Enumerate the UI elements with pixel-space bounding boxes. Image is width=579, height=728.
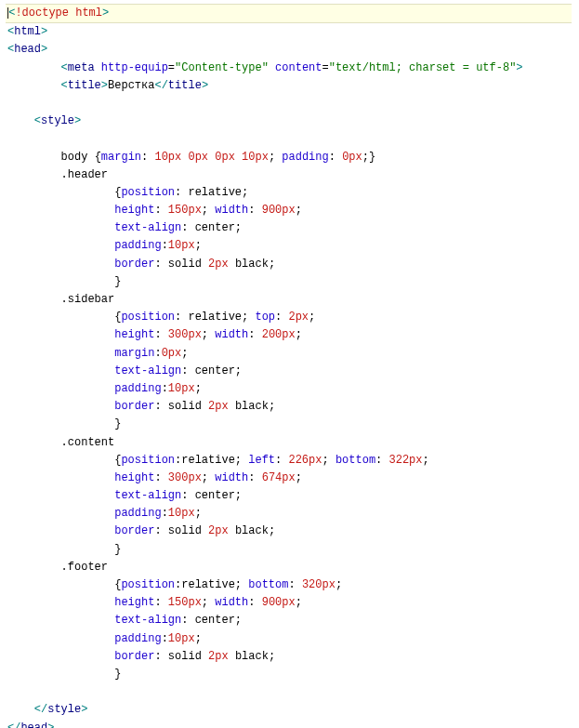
code-line: text-align: center; xyxy=(7,612,572,629)
code-line: .content xyxy=(7,434,572,452)
code-line: {position: relative; xyxy=(7,184,572,202)
code-line: <meta http-equip="Content-type" content=… xyxy=(7,60,572,77)
code-line: } xyxy=(7,416,572,433)
code-line: body {margin: 10px 0px 0px 10px; padding… xyxy=(7,149,572,166)
code-line: <html> xyxy=(7,23,572,41)
code-line: .footer xyxy=(7,559,572,576)
code-line: padding:10px; xyxy=(7,237,572,255)
code-line: <title>Верстка</title> xyxy=(7,77,572,95)
code-line: .header xyxy=(7,166,572,184)
code-line: .sidebar xyxy=(7,291,572,309)
code-line: height: 150px; width: 900px; xyxy=(7,202,572,219)
code-line: {position: relative; top: 2px; xyxy=(7,309,572,326)
code-line: {position:relative; bottom: 320px; xyxy=(7,576,572,594)
code-line: } xyxy=(7,666,572,683)
code-line-blank xyxy=(7,130,572,148)
code-line: <style> xyxy=(7,113,572,130)
code-line: border: solid 2px black; xyxy=(7,398,572,416)
code-line: } xyxy=(7,273,572,291)
code-line-blank xyxy=(7,683,572,701)
code-line: height: 150px; width: 900px; xyxy=(7,594,572,612)
code-line: margin:0px; xyxy=(7,345,572,363)
code-line: border: solid 2px black; xyxy=(7,256,572,273)
code-line: } xyxy=(7,541,572,559)
code-line: <head> xyxy=(7,41,572,59)
code-line: padding:10px; xyxy=(7,630,572,648)
code-line-blank xyxy=(7,95,572,113)
code-line: text-align: center; xyxy=(7,363,572,380)
code-line: border: solid 2px black; xyxy=(7,523,572,540)
code-line: </style> xyxy=(7,701,572,719)
code-line: padding:10px; xyxy=(7,505,572,523)
code-line: </head> xyxy=(7,720,572,729)
code-line: {position:relative; left: 226px; bottom:… xyxy=(7,452,572,470)
code-line: text-align: center; xyxy=(7,219,572,237)
code-line: height: 300px; width: 200px; xyxy=(7,326,572,344)
code-line: height: 300px; width: 674px; xyxy=(7,470,572,487)
code-line: padding:10px; xyxy=(7,380,572,398)
code-line: border: solid 2px black; xyxy=(7,648,572,666)
code-line-doctype: <!doctype html> xyxy=(6,4,572,23)
code-line: text-align: center; xyxy=(7,487,572,505)
code-editor[interactable]: <!doctype html> <html> <head> <meta http… xyxy=(0,0,579,728)
